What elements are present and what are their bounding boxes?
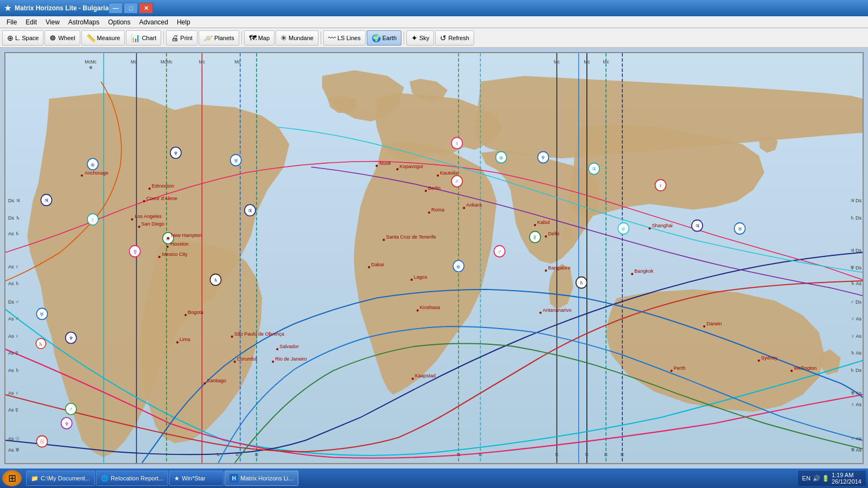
svg-text:As ♀: As ♀ [8, 264, 19, 269]
matrix-icon: H [229, 474, 238, 483]
svg-text:♂: ♂ [69, 406, 73, 412]
toolbar-btn-mundane[interactable]: ✳Mundane [276, 30, 318, 46]
svg-text:МсМс: МсМс [161, 60, 173, 65]
svg-text:⊕: ⊕ [89, 65, 93, 70]
svg-text:♄ Ds: ♄ Ds [850, 215, 862, 220]
toolbar-btn-earth[interactable]: 🌍Earth [367, 30, 401, 46]
toolbar-btn-print[interactable]: 🖨Print [166, 30, 197, 46]
toolbar-btn-lslines[interactable]: 〰LS Lines [323, 30, 366, 46]
tray-time: 1:19 AM 26/12/2014 [832, 472, 861, 485]
toolbar-btn-chart[interactable]: 📊Chart [126, 30, 161, 46]
svg-text:As ♂: As ♂ [8, 316, 19, 322]
svg-text:♄ As: ♄ As [851, 350, 862, 356]
folder-icon: 📁 [31, 475, 39, 482]
svg-text:Ds ♂: Ds ♂ [8, 299, 19, 305]
svg-point-137 [276, 348, 278, 350]
toolbar-label-earth: Earth [382, 35, 397, 41]
svg-text:Edmonton: Edmonton [152, 183, 174, 189]
toolbar-btn-map[interactable]: 🗺Map [244, 30, 275, 46]
titlebar: ★ Matrix Horizons Lite - Bulgaria — □ ✕ [0, 0, 868, 16]
menu-item-file[interactable]: File [2, 17, 21, 27]
svg-text:♄: ♄ [39, 342, 43, 347]
toolbar-separator [404, 31, 404, 44]
svg-text:Kautoila: Kautoila [440, 170, 458, 175]
svg-text:Ic: Ic [621, 452, 624, 457]
menu-item-astromaps[interactable]: AstroMaps [64, 17, 104, 27]
svg-text:Dakar: Dakar [371, 262, 384, 267]
close-button[interactable]: ✕ [139, 3, 153, 14]
svg-text:Darwin: Darwin [706, 321, 722, 326]
svg-text:Bogotá: Bogotá [188, 310, 204, 315]
svg-point-105 [417, 310, 419, 312]
menu-item-options[interactable]: Options [104, 17, 135, 27]
menu-item-help[interactable]: Help [173, 17, 195, 27]
svg-text:♄: ♄ [214, 278, 218, 283]
maximize-button[interactable]: □ [124, 3, 138, 14]
svg-text:Ds ♃: Ds ♃ [8, 198, 20, 203]
toolbar-btn-lspace[interactable]: ⊕L. Space [2, 30, 43, 46]
svg-text:♃: ♃ [44, 197, 49, 203]
svg-text:♂ Ds: ♂ Ds [851, 299, 862, 305]
menu-item-edit[interactable]: Edit [21, 17, 41, 27]
taskbar-btn-winstar[interactable]: ★ Win*Star [169, 471, 224, 486]
svg-text:Roma: Roma [431, 207, 445, 213]
svg-text:Lima: Lima [180, 337, 190, 342]
svg-point-99 [382, 239, 385, 241]
svg-text:São Paulo de Olivença: São Paulo de Olivença [234, 331, 285, 337]
svg-text:As ☿: As ☿ [8, 350, 18, 356]
taskbar-btn-report[interactable]: 🌐 Relocation Report... [96, 471, 168, 486]
svg-point-107 [412, 378, 414, 380]
svg-text:Мс: Мс [131, 60, 137, 65]
toolbar-separator [321, 31, 321, 44]
toolbar-btn-wheel[interactable]: ☸Wheel [44, 30, 80, 46]
toolbar-label-sky: Sky [419, 35, 429, 41]
svg-text:♅ Ds: ♅ Ds [850, 265, 862, 271]
taskbar-btn-matrix[interactable]: H Matrix Horizons Li... [225, 471, 298, 486]
menu-item-advanced[interactable]: Advanced [135, 17, 173, 27]
menu-item-view[interactable]: View [41, 17, 64, 27]
taskbar-btn-documents[interactable]: 📁 C:\My Document... [26, 471, 95, 486]
chart-icon: 📊 [131, 34, 140, 42]
svg-text:Ic: Ic [457, 452, 460, 457]
tray-lang: EN [802, 475, 810, 481]
svg-point-101 [368, 266, 370, 268]
svg-text:Sydney: Sydney [761, 355, 778, 361]
toolbar-btn-measure[interactable]: 📏Measure [81, 30, 125, 46]
toolbar-btn-refresh[interactable]: ↺Refresh [435, 30, 474, 46]
toolbar-btn-sky[interactable]: ✦Sky [406, 30, 434, 46]
toolbar-btn-planets[interactable]: 🪐Planets [199, 30, 239, 46]
minimize-button[interactable]: — [108, 3, 123, 14]
mundane-icon: ✳ [280, 34, 287, 42]
svg-point-79 [138, 226, 141, 228]
svg-text:As ☿: As ☿ [8, 407, 18, 413]
svg-text:♄ As: ♄ As [851, 281, 862, 286]
svg-text:As ♄: As ♄ [8, 368, 20, 373]
svg-point-95 [428, 211, 430, 214]
svg-text:♂ As: ♂ As [851, 316, 862, 322]
svg-text:♅: ♅ [234, 158, 238, 163]
svg-point-87 [375, 165, 378, 167]
svg-text:Мс: Мс [584, 60, 590, 65]
toolbar-label-lspace: L. Space [15, 35, 39, 41]
svg-text:Rio de Janeiro: Rio de Janeiro [275, 356, 307, 362]
svg-text:Kabul: Kabul [537, 220, 550, 225]
map-container[interactable]: ♃ ⊕ ♀ ♅ ♆ ♄ ♂ ♆ ☉ [4, 52, 864, 464]
svg-point-117 [649, 227, 651, 229]
toolbar-label-refresh: Refresh [448, 35, 469, 41]
svg-text:♀: ♀ [91, 217, 95, 223]
toolbar-separator [241, 31, 242, 44]
start-button[interactable]: ⊞ [2, 470, 22, 486]
svg-point-119 [631, 273, 633, 275]
svg-point-91 [437, 175, 439, 177]
svg-text:МсМс: МсМс [85, 60, 97, 65]
main-content: ♃ ⊕ ♀ ♅ ♆ ♄ ♂ ♆ ☉ [0, 48, 868, 468]
svg-text:Los Angeles: Los Angeles [135, 214, 162, 219]
svg-text:Ic: Ic [604, 452, 608, 457]
svg-text:Мс: Мс [554, 60, 560, 65]
svg-text:♃: ♃ [695, 223, 700, 229]
svg-text:Corumbá: Corumbá [237, 356, 258, 362]
svg-text:Kinshasa: Kinshasa [420, 305, 441, 310]
svg-text:☿: ☿ [133, 248, 137, 254]
star-icon: ★ [174, 475, 180, 482]
svg-point-77 [131, 219, 133, 221]
